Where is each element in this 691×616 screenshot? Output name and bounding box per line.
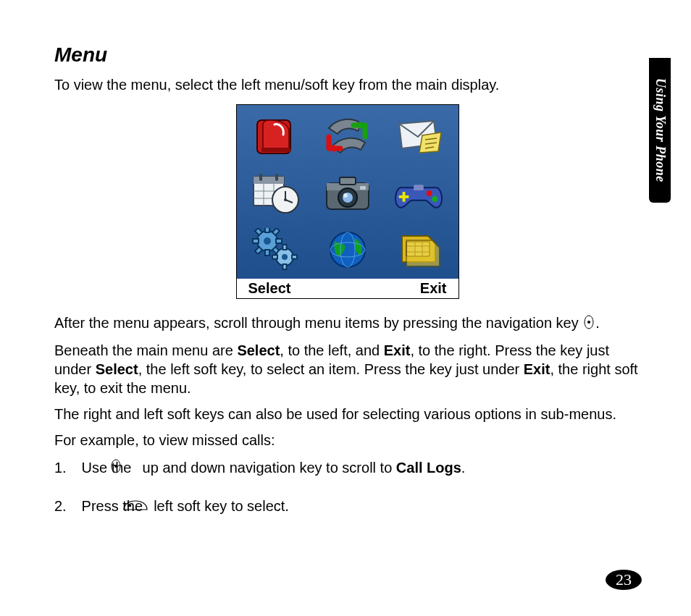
softkey-left-label: Select xyxy=(248,280,291,297)
svg-point-61 xyxy=(114,465,117,468)
settings-icon xyxy=(251,227,303,272)
screenshot-container: Select Exit xyxy=(54,104,640,299)
svg-rect-46 xyxy=(282,245,286,250)
text-bold: Select xyxy=(237,342,280,358)
phone-screen xyxy=(237,105,458,279)
svg-rect-24 xyxy=(340,177,356,185)
text-run: . xyxy=(595,315,600,331)
svg-rect-36 xyxy=(265,228,269,232)
text-bold: Exit xyxy=(524,361,550,377)
step-2: 2. Press the left soft key to select. xyxy=(54,495,640,518)
svg-marker-6 xyxy=(419,132,441,153)
camera-icon xyxy=(322,171,374,216)
svg-rect-16 xyxy=(259,174,262,181)
text-run: After the menu appears, scroll through m… xyxy=(54,315,582,331)
messages-icon xyxy=(393,114,445,159)
text-bold: Exit xyxy=(384,342,411,358)
paragraph-navigation: After the menu appears, scroll through m… xyxy=(54,313,640,334)
browser-icon xyxy=(322,227,374,272)
svg-rect-42 xyxy=(255,228,262,235)
text-run: . xyxy=(461,460,466,476)
text-run: left soft key to select. xyxy=(150,498,289,514)
svg-rect-39 xyxy=(276,239,282,243)
svg-point-45 xyxy=(282,254,288,260)
svg-point-35 xyxy=(264,237,271,245)
svg-point-32 xyxy=(432,196,437,202)
svg-point-31 xyxy=(426,190,432,196)
nav-key-icon xyxy=(584,315,594,334)
svg-rect-41 xyxy=(255,247,262,254)
text-run: Beneath the main menu are xyxy=(54,342,237,358)
svg-rect-49 xyxy=(292,256,297,259)
intro-paragraph: To view the menu, select the left menu/s… xyxy=(54,75,640,94)
contacts-icon xyxy=(251,114,303,159)
text-bold: Select xyxy=(96,361,138,377)
step-1: 1. Use the up and down navigation key to… xyxy=(54,457,640,480)
paragraph-select-exit: Beneath the main menu are Select, to the… xyxy=(54,341,640,397)
text-run: , the left soft key, to select an item. … xyxy=(138,361,524,377)
svg-rect-47 xyxy=(282,264,286,269)
svg-rect-11 xyxy=(254,177,284,184)
paragraph-example: For example, to view missed calls: xyxy=(54,431,640,450)
phone-menu-screenshot: Select Exit xyxy=(236,104,459,299)
svg-rect-40 xyxy=(272,228,280,235)
svg-rect-33 xyxy=(414,185,424,190)
softkey-bar: Select Exit xyxy=(237,279,458,298)
games-icon xyxy=(393,171,445,216)
svg-rect-48 xyxy=(272,256,277,259)
svg-point-59 xyxy=(587,321,590,324)
side-tab: Using Your Phone xyxy=(649,58,671,203)
text-run: up and down navigation key to scroll to xyxy=(138,460,396,476)
svg-rect-2 xyxy=(261,148,290,152)
text-bold: Call Logs xyxy=(396,460,461,476)
call-logs-icon xyxy=(322,114,374,159)
svg-rect-37 xyxy=(265,250,269,256)
text-run: Use the xyxy=(82,460,135,476)
section-heading: Menu xyxy=(54,43,640,67)
svg-rect-30 xyxy=(398,195,409,198)
step-number: 2. xyxy=(54,495,78,517)
step-number: 1. xyxy=(54,457,78,478)
softkey-right-label: Exit xyxy=(420,280,447,297)
menu-icon-grid xyxy=(248,112,447,274)
svg-rect-38 xyxy=(253,239,259,243)
organizer-icon xyxy=(251,171,303,216)
paragraph-submenus: The right and left soft keys can also be… xyxy=(54,405,640,423)
sim-icon xyxy=(393,227,445,272)
page-number: 23 xyxy=(606,570,642,590)
svg-rect-17 xyxy=(275,174,278,181)
svg-point-27 xyxy=(343,193,348,198)
svg-rect-62 xyxy=(127,505,131,507)
page-content: Menu To view the menu, select the left m… xyxy=(0,0,691,563)
text-run: , to the left, and xyxy=(280,342,383,358)
svg-rect-28 xyxy=(360,186,366,190)
steps-list: 1. Use the up and down navigation key to… xyxy=(54,457,640,518)
